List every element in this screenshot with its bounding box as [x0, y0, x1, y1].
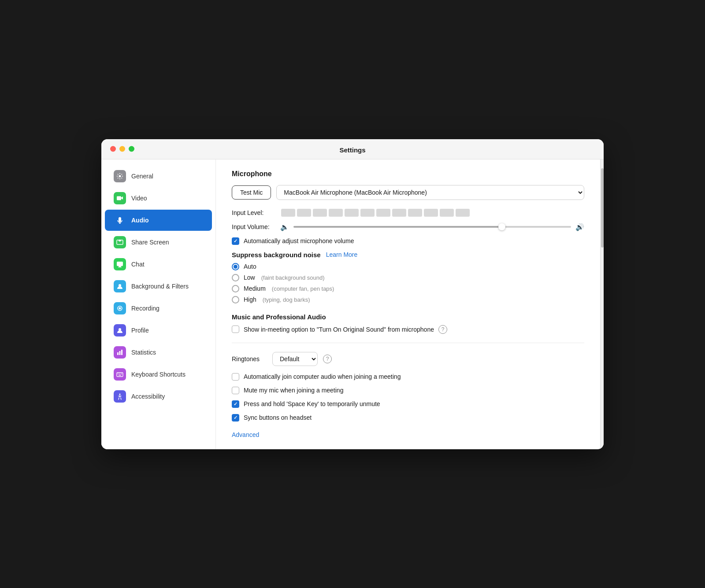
- suppress-noise-row: Suppress background noise Learn More: [232, 251, 584, 259]
- space-key-label: Press and hold 'Space Key' to temporaril…: [244, 400, 380, 407]
- sidebar-item-video[interactable]: Video: [105, 188, 212, 209]
- sidebar-item-statistics[interactable]: Statistics: [105, 342, 212, 363]
- radio-low[interactable]: Low (faint background sound): [232, 274, 584, 281]
- scrollbar-thumb[interactable]: [601, 168, 604, 248]
- input-level-row: Input Level:: [232, 209, 584, 217]
- microphone-select[interactable]: MacBook Air Microphone (MacBook Air Micr…: [276, 185, 584, 200]
- input-volume-row: Input Volume: 🔈 🔊: [232, 223, 584, 231]
- radio-low-button[interactable]: [232, 274, 239, 281]
- content-area: General Video Audio: [101, 159, 604, 449]
- radio-low-label: Low: [244, 274, 255, 281]
- checkmark-icon: ✓: [234, 238, 237, 244]
- volume-high-icon: 🔊: [575, 223, 584, 231]
- learn-more-link[interactable]: Learn More: [326, 251, 358, 258]
- close-button[interactable]: [110, 146, 116, 152]
- background-icon: [114, 280, 126, 292]
- ringtones-select[interactable]: Default: [272, 352, 318, 366]
- auto-adjust-row: ✓ Automatically adjust microphone volume: [232, 237, 584, 245]
- mute-mic-container: Mute my mic when joining a meeting: [232, 387, 584, 394]
- sync-headset-label: Sync buttons on headset: [244, 414, 312, 421]
- auto-adjust-checkbox[interactable]: ✓: [232, 237, 239, 245]
- minimize-button[interactable]: [119, 146, 125, 152]
- svg-rect-14: [121, 374, 122, 374]
- profile-icon: [114, 324, 126, 337]
- sidebar-label-background: Background & Filters: [131, 283, 189, 290]
- svg-rect-10: [121, 350, 122, 355]
- level-bar-1: [281, 209, 295, 217]
- radio-medium[interactable]: Medium (computer fan, pen taps): [232, 285, 584, 292]
- sidebar-item-general[interactable]: General: [105, 166, 212, 187]
- sidebar-item-audio[interactable]: Audio: [105, 210, 212, 231]
- original-sound-label: Show in-meeting option to "Turn On Origi…: [244, 326, 434, 333]
- auto-join-row: Automatically join computer audio when j…: [232, 373, 584, 381]
- window-title: Settings: [339, 146, 365, 154]
- level-bar-3: [313, 209, 327, 217]
- radio-high[interactable]: High (typing, dog barks): [232, 296, 584, 303]
- test-mic-button[interactable]: Test Mic: [232, 185, 271, 200]
- level-bar-11: [440, 209, 454, 217]
- svg-rect-8: [117, 352, 119, 355]
- radio-high-button[interactable]: [232, 296, 239, 303]
- radio-auto[interactable]: Auto: [232, 263, 584, 270]
- level-bar-12: [456, 209, 470, 217]
- sidebar-label-recording: Recording: [131, 305, 160, 312]
- sidebar-label-audio: Audio: [131, 217, 149, 224]
- ringtones-row: Ringtones Default ?: [232, 352, 584, 366]
- sidebar-label-general: General: [131, 173, 153, 180]
- sidebar-label-keyboard: Keyboard Shortcuts: [131, 371, 186, 378]
- keyboard-icon: [114, 368, 126, 381]
- microphone-section-title: Microphone: [232, 170, 584, 178]
- accessibility-icon: [114, 390, 126, 403]
- sidebar-item-keyboard[interactable]: Keyboard Shortcuts: [105, 364, 212, 385]
- original-sound-help-icon[interactable]: ?: [438, 325, 447, 334]
- radio-medium-button[interactable]: [232, 285, 239, 292]
- input-volume-label: Input Volume:: [232, 223, 276, 230]
- level-bars: [281, 209, 470, 217]
- sync-headset-row: ✓ Sync buttons on headset: [232, 414, 584, 422]
- level-bar-7: [376, 209, 390, 217]
- radio-high-hint: (typing, dog barks): [263, 296, 310, 303]
- radio-low-hint: (faint background sound): [261, 274, 325, 281]
- svg-rect-13: [119, 374, 120, 374]
- sidebar-item-background[interactable]: Background & Filters: [105, 276, 212, 297]
- space-key-checkbox[interactable]: ✓: [232, 400, 239, 408]
- mute-mic-row: Mute my mic when joining a meeting: [232, 387, 584, 394]
- svg-rect-9: [119, 351, 121, 355]
- sidebar-item-accessibility[interactable]: Accessibility: [105, 386, 212, 407]
- radio-high-label: High: [244, 296, 256, 303]
- radio-auto-label: Auto: [244, 263, 256, 270]
- radio-auto-button[interactable]: [232, 263, 239, 270]
- auto-adjust-label: Automatically adjust microphone volume: [244, 237, 354, 244]
- general-icon: [114, 170, 126, 182]
- sidebar-item-profile[interactable]: Profile: [105, 320, 212, 341]
- svg-rect-3: [117, 262, 123, 266]
- original-sound-row: Show in-meeting option to "Turn On Origi…: [232, 325, 584, 334]
- volume-low-icon: 🔈: [280, 223, 289, 231]
- scrollbar-track[interactable]: [600, 159, 604, 449]
- radio-group: Auto Low (faint background sound) Medium…: [232, 263, 584, 303]
- sidebar: General Video Audio: [101, 159, 216, 449]
- titlebar: Settings: [101, 139, 604, 159]
- radio-auto-inner: [234, 265, 237, 269]
- traffic-lights: [110, 146, 134, 152]
- sidebar-item-recording[interactable]: Recording: [105, 298, 212, 319]
- maximize-button[interactable]: [129, 146, 134, 152]
- mute-mic-checkbox[interactable]: [232, 387, 239, 394]
- level-bar-2: [297, 209, 311, 217]
- ringtones-help-icon[interactable]: ?: [323, 355, 332, 363]
- space-key-row: ✓ Press and hold 'Space Key' to temporar…: [232, 400, 584, 408]
- auto-join-checkbox[interactable]: [232, 373, 239, 381]
- volume-slider[interactable]: [293, 226, 571, 228]
- sidebar-label-chat: Chat: [131, 261, 145, 268]
- sync-headset-checkbox[interactable]: ✓: [232, 414, 239, 422]
- sidebar-label-statistics: Statistics: [131, 349, 156, 356]
- level-bar-6: [360, 209, 375, 217]
- level-bar-9: [408, 209, 422, 217]
- advanced-link[interactable]: Advanced: [232, 431, 259, 438]
- sidebar-item-chat[interactable]: Chat: [105, 254, 212, 275]
- section-divider: [232, 343, 584, 343]
- sidebar-item-share-screen[interactable]: Share Screen: [105, 232, 212, 253]
- svg-rect-15: [119, 375, 121, 376]
- original-sound-checkbox[interactable]: [232, 325, 239, 333]
- chat-icon: [114, 258, 126, 270]
